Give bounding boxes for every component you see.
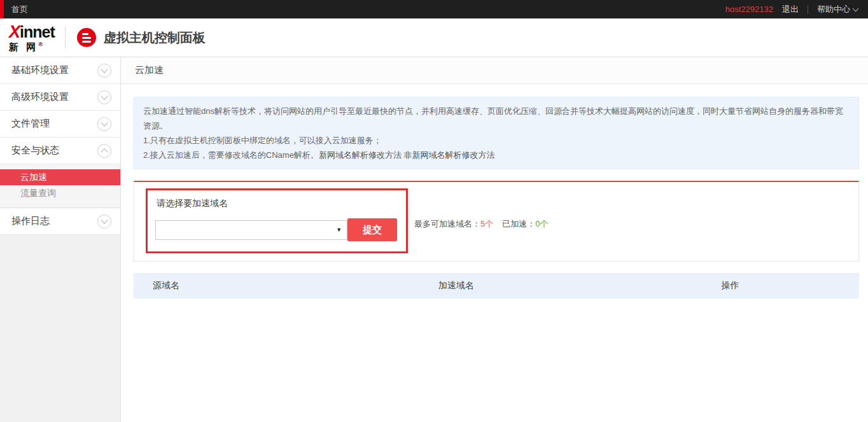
used-value: 0个 xyxy=(535,219,548,229)
username-label[interactable]: host2292132 xyxy=(725,4,773,14)
submit-button[interactable]: 提交 xyxy=(347,218,397,241)
used-label: 已加速： xyxy=(502,219,535,229)
acceleration-form-panel: 请选择要加速域名 ▼ 提交 最多可加速域名：5个已加速：0个 xyxy=(134,181,859,262)
app-header: Xinnet 新 网® 虚拟主机控制面板 xyxy=(0,18,868,57)
menu-icon-bar xyxy=(82,33,88,35)
sidebar: 基础环境设置 高级环境设置 文件管理 安全与状态 云加速 流量查询 操作日志 xyxy=(0,57,121,422)
info-line-3-text: 2.接入云加速后，需要修改域名的CName解析。 xyxy=(143,150,319,160)
sidebar-item-basic-env[interactable]: 基础环境设置 xyxy=(0,57,120,84)
sidebar-filler xyxy=(0,235,120,422)
menu-icon-bar xyxy=(82,41,91,43)
sidebar-item-operation-log[interactable]: 操作日志 xyxy=(0,208,120,235)
logo-x-glyph: X xyxy=(9,22,20,41)
content: 云加速通过智能dns解析等技术，将访问网站的用户引导至最近最快的节点，并利用高速… xyxy=(121,84,868,299)
xinnet-logo[interactable]: Xinnet 新 网® xyxy=(9,24,55,52)
info-line-3: 2.接入云加速后，需要修改域名的CName解析。新网域名解析修改方法 非新网域名… xyxy=(143,148,850,162)
domain-select-label: 请选择要加速域名 xyxy=(157,198,397,209)
domains-table-header: 源域名 加速域名 操作 xyxy=(134,273,859,299)
chevron-down-circle-icon xyxy=(97,64,111,78)
sidebar-subitem-traffic-query[interactable]: 流量查询 xyxy=(0,185,120,201)
logo-wordmark: Xinnet xyxy=(9,24,55,41)
logo-chinese: 新 网® xyxy=(9,42,55,52)
main-area: 云加速 云加速通过智能dns解析等技术，将访问网站的用户引导至最近最快的节点，并… xyxy=(121,57,868,422)
topbar-divider xyxy=(808,5,808,14)
app-title: 虚拟主机控制面板 xyxy=(104,29,206,46)
menu-icon-bar xyxy=(82,37,91,39)
page-body: 基础环境设置 高级环境设置 文件管理 安全与状态 云加速 流量查询 操作日志 云… xyxy=(0,57,868,422)
chevron-down-circle-icon xyxy=(97,215,111,229)
help-center-menu[interactable]: 帮助中心 xyxy=(817,4,858,15)
non-xinnet-dns-guide-link[interactable]: 非新网域名解析修改方法 xyxy=(404,150,495,160)
sidebar-item-label: 高级环境设置 xyxy=(11,91,69,103)
quota-label: 最多可加速域名： xyxy=(414,219,480,229)
topbar-red-strip xyxy=(0,0,4,18)
sidebar-item-advanced-env[interactable]: 高级环境设置 xyxy=(0,84,120,111)
chevron-up-circle-icon xyxy=(97,144,111,158)
help-center-label: 帮助中心 xyxy=(817,4,850,15)
xinnet-dns-guide-link[interactable]: 新网域名解析修改方法 xyxy=(319,150,402,160)
chevron-down-icon xyxy=(853,5,859,11)
sidebar-item-security-status[interactable]: 安全与状态 xyxy=(0,137,120,164)
sidebar-item-file-manage[interactable]: 文件管理 xyxy=(0,111,120,137)
header-divider xyxy=(65,27,66,48)
quota-value: 5个 xyxy=(480,219,493,229)
select-caret-icon: ▼ xyxy=(336,227,342,233)
column-header-accelerated-domain: 加速域名 xyxy=(438,280,722,292)
chevron-down-circle-icon xyxy=(97,117,111,131)
info-line-1: 云加速通过智能dns解析等技术，将访问网站的用户引导至最近最快的节点，并利用高速… xyxy=(143,104,850,133)
info-box: 云加速通过智能dns解析等技术，将访问网站的用户引导至最近最快的节点，并利用高速… xyxy=(134,97,859,169)
column-header-action: 操作 xyxy=(721,280,859,292)
chevron-down-circle-icon xyxy=(97,90,111,104)
form-row: ▼ 提交 xyxy=(155,218,397,241)
sidebar-submenu-security: 云加速 流量查询 xyxy=(0,164,120,208)
logout-link[interactable]: 退出 xyxy=(782,4,799,15)
menu-icon xyxy=(77,28,96,47)
sidebar-item-label: 操作日志 xyxy=(11,215,50,227)
quota-status: 最多可加速域名：5个已加速：0个 xyxy=(414,218,548,230)
page-title: 云加速 xyxy=(121,57,868,84)
sidebar-subitem-cloud-acceleration[interactable]: 云加速 xyxy=(0,169,120,185)
registered-mark: ® xyxy=(38,41,43,48)
highlight-annotation-box: 请选择要加速域名 ▼ 提交 xyxy=(146,188,408,253)
topbar-right: host2292132 退出 帮助中心 xyxy=(725,4,868,15)
sidebar-item-label: 基础环境设置 xyxy=(11,64,69,76)
info-line-2: 1.只有在虚拟主机控制面板中绑定的域名，可以接入云加速服务； xyxy=(143,133,850,148)
home-link[interactable]: 首页 xyxy=(11,4,28,15)
domain-select[interactable]: ▼ xyxy=(155,220,347,240)
topbar: 首页 host2292132 退出 帮助中心 xyxy=(0,0,868,18)
logo-rest: innet xyxy=(20,23,55,41)
column-header-source-domain: 源域名 xyxy=(134,280,438,292)
sidebar-item-label: 安全与状态 xyxy=(11,144,59,157)
sidebar-item-label: 文件管理 xyxy=(11,118,50,130)
